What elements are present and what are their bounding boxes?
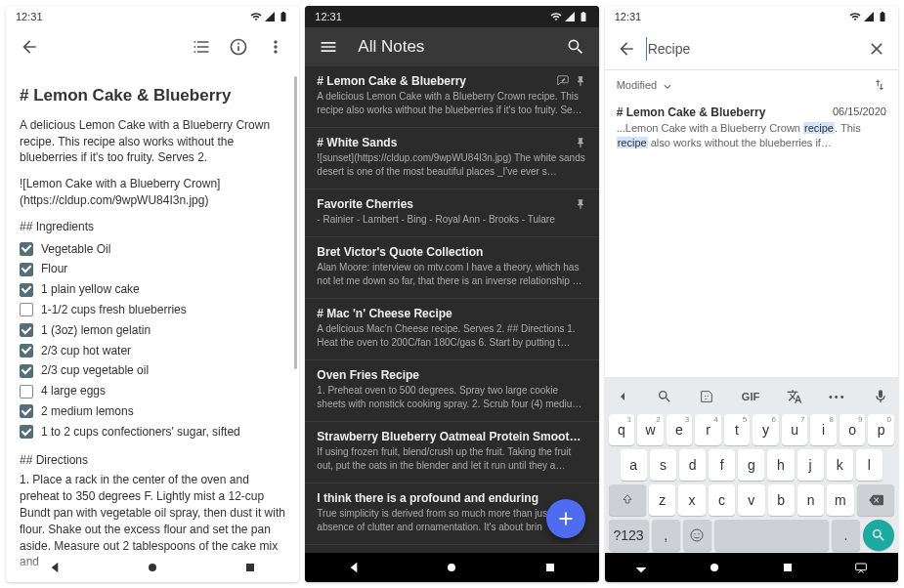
key-o[interactable]: o9 [839,414,866,445]
back-button[interactable] [611,33,642,64]
key-d[interactable]: d [679,449,706,481]
ingredient-item[interactable]: 4 large eggs [20,381,285,401]
signal-icon [863,11,875,22]
key-x[interactable]: x [678,484,705,516]
pin-icon [574,136,587,149]
symbols-key[interactable]: ?123 [609,520,649,551]
search-button[interactable] [560,31,591,63]
key-u[interactable]: u7 [782,414,808,445]
ingredient-item[interactable]: 2/3 cup vegetable oil [20,360,285,381]
comma-key[interactable]: , [652,520,680,551]
ingredient-item[interactable]: 1 plain yellow cake [20,279,285,300]
wifi-icon [849,11,861,22]
key-k[interactable]: k [827,449,853,481]
key-n[interactable]: n [797,484,824,516]
ingredient-item[interactable]: 2 medium lemons [20,401,285,422]
ingredient-item[interactable]: Flour [20,259,285,279]
checkbox[interactable] [20,323,33,337]
nav-recent-icon[interactable] [780,560,796,575]
shift-key[interactable] [609,484,646,516]
note-item[interactable]: # White Sands![sunset](https://cldup.com… [305,128,598,189]
nav-back-icon[interactable] [346,560,362,575]
info-button[interactable] [223,31,254,63]
space-key[interactable] [714,520,829,551]
svg-point-2 [448,564,455,571]
key-j[interactable]: j [797,449,824,481]
clear-button[interactable] [861,33,892,64]
gif-button[interactable]: GIF [742,391,759,402]
note-item[interactable]: Bret Victor's Quote CollectionAlan Moore… [305,237,598,299]
key-g[interactable]: g [738,449,764,481]
nav-back-icon[interactable] [633,560,649,575]
note-editor[interactable]: # Lemon Cake & Blueberry A delicious Lem… [6,66,299,582]
key-w[interactable]: w2 [637,414,664,445]
key-e[interactable]: e3 [667,414,693,445]
key-r[interactable]: r4 [695,414,721,445]
search-enter-key[interactable] [863,520,894,551]
checkbox[interactable] [20,242,33,256]
key-v[interactable]: v [738,484,764,516]
key-f[interactable]: f [709,449,735,481]
overflow-button[interactable] [260,31,291,63]
note-item[interactable]: Strawberry Blueberry Oatmeal Protein Smo… [305,422,598,483]
checkbox[interactable] [20,425,33,439]
key-c[interactable]: c [709,484,735,516]
sticker-icon[interactable] [699,389,714,404]
hamburger-icon [319,37,338,57]
checkbox[interactable] [20,385,33,399]
ingredient-item[interactable]: 1-1/2 cups fresh blueberries [20,300,285,320]
key-z[interactable]: z [649,484,675,516]
key-h[interactable]: h [767,449,794,481]
ingredient-item[interactable]: 1 (3oz) lemon gelatin [20,320,285,341]
nav-home-icon[interactable] [145,560,160,575]
key-y[interactable]: y6 [753,414,779,445]
result-snippet: ...Lemon Cake with a Blueberry Crown rec… [617,121,886,151]
menu-button[interactable] [313,31,344,63]
checkbox[interactable] [20,303,33,316]
search-icon[interactable] [657,389,672,404]
ingredient-item[interactable]: 1 to 2 cups confectioners' sugar, sifted [20,422,285,442]
key-i[interactable]: i8 [810,414,837,445]
back-button[interactable] [14,31,45,63]
ingredient-item[interactable]: 2/3 cup hot water [20,341,285,361]
sort-bar[interactable]: Modified [605,70,898,100]
search-result[interactable]: 06/15/2020 # Lemon Cake & Blueberry ...L… [605,100,898,157]
screen-search: 12:31 Recipe Modified 06/15/2020 # Lemon… [605,6,898,582]
note-item[interactable]: # Lemon Cake & BlueberryA delicious Lemo… [305,66,598,128]
ingredient-item[interactable]: Vegetable Oil [20,239,285,260]
checkbox[interactable] [20,263,33,276]
nav-back-icon[interactable] [47,560,63,575]
nav-recent-icon[interactable] [542,560,558,575]
checkbox[interactable] [20,344,33,357]
chevron-left-icon[interactable] [615,389,630,404]
new-note-fab[interactable] [546,499,585,538]
note-item[interactable]: # Mac 'n' Cheese RecipeA delicious Mac'n… [305,299,598,360]
translate-icon[interactable] [787,389,802,404]
emoji-key[interactable] [683,520,711,551]
keyboard-hide-icon[interactable] [853,560,869,575]
key-q[interactable]: q1 [609,414,635,445]
backspace-key[interactable] [857,484,894,516]
search-input[interactable]: Recipe [646,37,857,61]
mic-icon[interactable] [873,389,888,404]
note-item[interactable]: Favorite Cherries- Rainier - Lambert - B… [305,189,598,237]
key-a[interactable]: a [621,449,647,481]
nav-home-icon[interactable] [707,560,722,575]
key-t[interactable]: t5 [724,414,751,445]
checkbox[interactable] [20,364,33,378]
key-b[interactable]: b [768,484,795,516]
checkbox[interactable] [20,283,33,297]
period-key[interactable]: . [832,520,860,551]
checkbox[interactable] [20,404,33,418]
more-icon[interactable]: ••• [829,391,846,402]
nav-recent-icon[interactable] [242,560,258,575]
swap-icon[interactable] [873,78,886,92]
scrollbar[interactable] [294,76,297,369]
key-l[interactable]: l [856,449,882,481]
key-p[interactable]: p0 [868,414,894,445]
nav-home-icon[interactable] [444,560,459,575]
key-s[interactable]: s [650,449,676,481]
note-item[interactable]: Oven Fries Recipe1. Preheat oven to 500 … [305,360,598,422]
key-m[interactable]: m [827,484,853,516]
checklist-button[interactable] [186,31,217,63]
